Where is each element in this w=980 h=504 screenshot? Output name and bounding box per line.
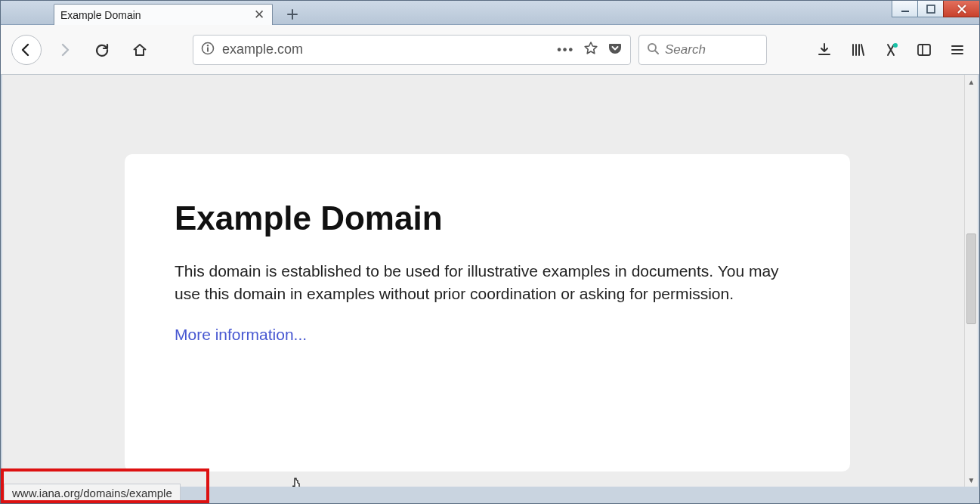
toolbar-right <box>813 39 969 61</box>
svg-rect-7 <box>918 45 930 55</box>
screenshot-button[interactable] <box>880 39 902 61</box>
library-button[interactable] <box>846 39 869 61</box>
home-button[interactable] <box>125 35 155 65</box>
scroll-down-arrow-icon[interactable]: ▼ <box>965 473 978 487</box>
page-heading: Example Domain <box>175 199 800 237</box>
menu-button[interactable] <box>946 39 969 61</box>
pointer-cursor-icon <box>289 477 305 487</box>
svg-point-6 <box>893 43 898 48</box>
url-text: example.com <box>222 42 549 57</box>
site-info-icon[interactable] <box>201 42 215 58</box>
search-bar[interactable] <box>638 35 767 65</box>
vertical-scrollbar[interactable]: ▲ ▼ <box>964 75 978 487</box>
browser-window: Example Domain ✕ <box>0 0 980 504</box>
svg-rect-0 <box>901 11 909 12</box>
page-actions-icon[interactable]: ••• <box>557 43 574 57</box>
window-controls <box>892 1 979 17</box>
pocket-icon[interactable] <box>607 41 623 59</box>
downloads-button[interactable] <box>813 39 836 61</box>
search-input[interactable] <box>665 42 759 57</box>
more-info-link[interactable]: More information... <box>175 326 307 343</box>
back-button[interactable] <box>11 35 42 65</box>
svg-point-3 <box>207 45 209 46</box>
page-viewport: Example Domain This domain is establishe… <box>2 75 964 487</box>
new-tab-button[interactable] <box>279 4 306 25</box>
browser-tab[interactable]: Example Domain ✕ <box>54 4 273 25</box>
bookmark-star-icon[interactable] <box>583 41 598 59</box>
svg-point-5 <box>648 44 656 51</box>
status-bar: www.iana.org/domains/example <box>4 484 181 502</box>
sidebar-button[interactable] <box>913 39 935 61</box>
page-paragraph: This domain is established to be used fo… <box>175 260 779 306</box>
search-icon <box>647 42 659 57</box>
close-window-button[interactable] <box>943 1 979 17</box>
status-hover-url: www.iana.org/domains/example <box>12 487 172 499</box>
svg-rect-1 <box>927 5 935 13</box>
tab-title: Example Domain <box>60 9 252 21</box>
scroll-thumb[interactable] <box>966 233 976 324</box>
address-bar[interactable]: example.com ••• <box>193 35 631 65</box>
svg-point-2 <box>202 42 214 54</box>
svg-rect-4 <box>207 47 209 51</box>
content-card: Example Domain This domain is establishe… <box>125 154 850 472</box>
reload-button[interactable] <box>87 35 117 65</box>
forward-button[interactable] <box>49 35 79 65</box>
title-bar: Example Domain ✕ <box>1 1 979 25</box>
maximize-button[interactable] <box>917 1 943 17</box>
close-tab-icon[interactable]: ✕ <box>252 7 266 23</box>
minimize-button[interactable] <box>892 1 917 17</box>
scroll-up-arrow-icon[interactable]: ▲ <box>965 75 978 88</box>
navigation-toolbar: example.com ••• <box>1 25 979 75</box>
